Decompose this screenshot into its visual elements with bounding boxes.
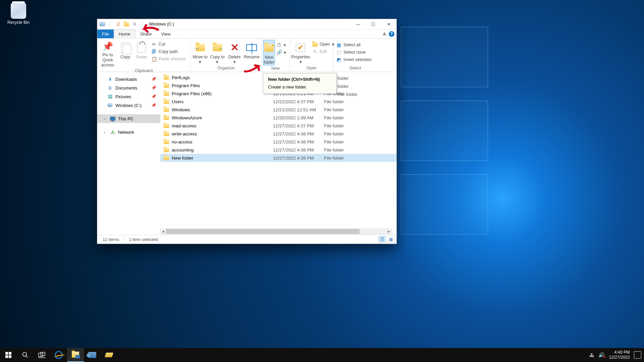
tab-home[interactable]: Home <box>114 29 136 38</box>
bg-decoration <box>401 27 488 87</box>
file-name-cell: no-access <box>164 139 273 144</box>
tray-time: 4:40 PM <box>609 350 630 355</box>
taskbar-server-manager[interactable] <box>84 348 101 362</box>
book-icon <box>105 353 113 357</box>
minimize-ribbon-icon[interactable]: ⮝ <box>382 32 387 37</box>
close-button[interactable]: ✕ <box>381 19 396 29</box>
file-row[interactable]: write-access12/27/2022 4:38 PMFile folde… <box>160 130 396 138</box>
copy-path-button[interactable]: 🗐Copy path <box>150 49 187 55</box>
search-button[interactable] <box>17 348 34 362</box>
nav-this-pc[interactable]: ›This PC <box>97 114 160 123</box>
file-type-cell: File folder <box>324 139 371 144</box>
qat-properties-icon[interactable]: ☑ <box>115 21 121 27</box>
paste-shortcut-icon: 📋 <box>151 56 157 62</box>
file-explorer-window: │ ☑ │ Windows (C:) — ☐ ✕ File Home Share… <box>97 19 397 244</box>
minimize-button[interactable]: — <box>350 19 366 29</box>
select-all-button[interactable]: ▦Select all <box>335 42 373 48</box>
large-icons-view-button[interactable]: ▦ <box>387 236 394 243</box>
file-name-cell: Program Files <box>164 83 273 88</box>
taskbar-file-explorer[interactable] <box>67 348 84 362</box>
file-date-cell: 12/27/2022 4:39 PM <box>273 156 324 161</box>
copy-button[interactable]: Copy <box>118 40 133 60</box>
paste-shortcut-button[interactable]: 📋Paste shortcut <box>150 56 187 62</box>
delete-button[interactable]: ✕ Delete▾ <box>226 40 243 65</box>
cut-icon: ✂ <box>151 42 157 47</box>
tab-file[interactable]: File <box>97 29 114 38</box>
tooltip-body: Create a new folder. <box>268 84 332 89</box>
properties-button[interactable]: ✔ Properties▾ <box>291 40 310 65</box>
nav-downloads[interactable]: ⬇Downloads📌 <box>97 75 160 83</box>
nav-network[interactable]: ›🖧Network <box>97 128 160 136</box>
file-row[interactable]: Users12/22/2022 4:37 PMFile folder <box>160 98 396 106</box>
file-list[interactable]: PerfLogsfolderProgram FilesfolderProgram… <box>160 73 396 234</box>
easy-access-button[interactable]: 🔗▾ <box>275 49 287 55</box>
taskbar-ie[interactable] <box>50 348 67 362</box>
help-icon[interactable]: ? <box>389 31 394 37</box>
file-name-cell: PerfLogs <box>164 75 273 80</box>
network-icon: 🖧 <box>110 129 115 135</box>
select-none-button[interactable]: ▢Select none <box>335 49 373 55</box>
nav-windows-c[interactable]: Windows (C:)📌 <box>97 101 160 110</box>
cut-button[interactable]: ✂Cut <box>150 41 187 47</box>
rename-button[interactable]: Rename <box>244 40 260 60</box>
pin-label: Pin to Quick access <box>99 53 117 68</box>
scroll-thumb[interactable] <box>166 229 360 234</box>
action-center-button[interactable] <box>634 351 641 359</box>
open-button[interactable]: Open ▾ <box>311 41 336 47</box>
file-date-cell: 12/27/2022 4:38 PM <box>273 147 324 153</box>
tray-sound-muted-icon[interactable]: 🔊 <box>598 352 605 358</box>
titlebar[interactable]: │ ☑ │ Windows (C:) — ☐ ✕ <box>97 19 396 29</box>
new-item-icon: 🗋 <box>276 42 282 48</box>
qat-customize-icon[interactable] <box>131 21 138 27</box>
nav-documents[interactable]: 🗎Documents📌 <box>97 83 160 92</box>
file-row[interactable]: Windows12/21/2022 12:51 AMFile folder <box>160 106 396 114</box>
new-item-button[interactable]: 🗋▾ <box>275 42 287 48</box>
taskbar: 🖧 🔊 4:40 PM 12/27/2022 <box>0 348 644 362</box>
paste-button[interactable]: Paste <box>134 40 149 60</box>
move-to-button[interactable]: Move to ▾ <box>192 40 208 65</box>
tray-network-icon[interactable]: 🖧 <box>589 352 594 358</box>
copy-icon <box>120 42 131 53</box>
file-row[interactable]: accounting12/27/2022 4:38 PMFile folder <box>160 146 396 154</box>
recycle-bin-icon <box>11 3 26 19</box>
invert-selection-button[interactable]: ◩Invert selection <box>335 57 373 63</box>
tab-view[interactable]: View <box>156 29 175 38</box>
maximize-button[interactable]: ☐ <box>366 19 381 29</box>
qat-folder-icon[interactable] <box>123 21 129 27</box>
scroll-left-button[interactable]: ◄ <box>160 229 166 234</box>
svg-rect-0 <box>5 352 8 355</box>
details-view-button[interactable]: ☰ <box>378 236 386 243</box>
file-row[interactable]: read-access12/27/2022 4:37 PMFile folder <box>160 122 396 130</box>
system-menu-icon[interactable] <box>99 21 105 27</box>
folder-icon <box>164 108 169 112</box>
pin-to-quick-access-button[interactable]: 📌 Pin to Quick access <box>99 40 117 68</box>
start-button[interactable] <box>0 348 17 362</box>
ribbon: 📌 Pin to Quick access Copy Paste ✂Cut 🗐C… <box>97 39 396 72</box>
file-name-cell: Users <box>164 99 273 104</box>
horizontal-scrollbar[interactable]: ◄ ► <box>160 229 392 234</box>
select-group-label: Select <box>333 65 377 72</box>
ribbon-group-open: ✔ Properties▾ Open ▾ ✎Edit Open <box>290 39 333 72</box>
bg-decoration <box>401 101 488 161</box>
new-folder-tooltip: New folder (Ctrl+Shift+N) Create a new f… <box>263 73 337 94</box>
edit-button[interactable]: ✎Edit <box>311 49 336 55</box>
file-row[interactable]: WindowsAzure12/20/2022 1:09 AMFile folde… <box>160 114 396 122</box>
pin-icon: 📌 <box>103 42 112 51</box>
file-date-cell: 12/22/2022 4:37 PM <box>273 99 324 104</box>
file-row[interactable]: New folder12/27/2022 4:39 PMFile folder <box>160 154 396 162</box>
desktop-recycle-bin[interactable]: Recycle Bin <box>4 3 33 25</box>
status-item-count: 12 items <box>103 237 119 242</box>
copy-path-icon: 🗐 <box>151 49 157 54</box>
scroll-right-button[interactable]: ► <box>386 229 392 234</box>
new-folder-button[interactable]: New folder <box>263 40 275 65</box>
scroll-track[interactable] <box>166 229 386 234</box>
nav-pictures[interactable]: 🖼Pictures📌 <box>97 92 160 101</box>
taskbar-app[interactable] <box>101 348 117 362</box>
copy-to-button[interactable]: Copy to ▾ <box>209 40 225 65</box>
file-type-cell: File folder <box>324 115 371 120</box>
task-view-button[interactable] <box>34 348 50 362</box>
status-selected-count: 1 item selected <box>129 237 158 242</box>
file-row[interactable]: no-access12/27/2022 4:38 PMFile folder <box>160 138 396 146</box>
tab-share[interactable]: Share <box>136 29 157 38</box>
tray-clock[interactable]: 4:40 PM 12/27/2022 <box>609 350 630 360</box>
